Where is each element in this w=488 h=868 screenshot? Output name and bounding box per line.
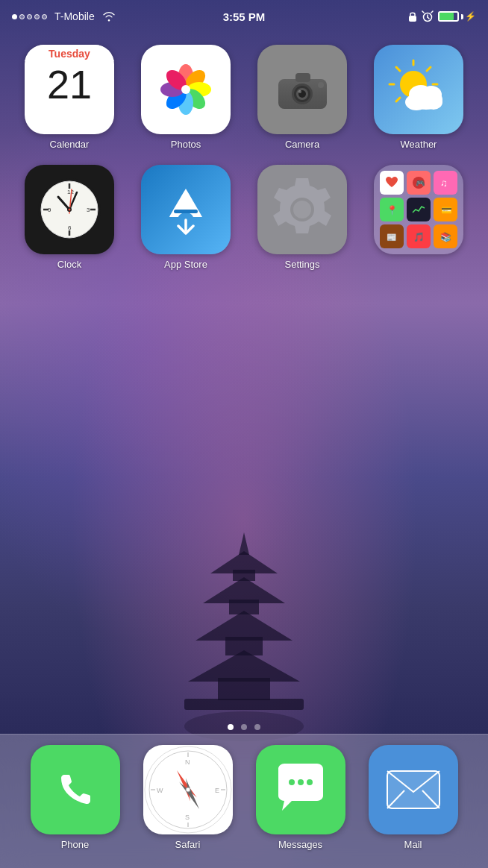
svg-text:S: S xyxy=(185,814,190,821)
mini-health xyxy=(380,171,404,195)
status-right: ⚡ xyxy=(408,10,476,22)
messages-icon-bg[interactable] xyxy=(256,745,345,834)
weather-icon-svg xyxy=(385,56,452,123)
dock-messages[interactable]: Messages xyxy=(256,745,345,850)
messages-label: Messages xyxy=(278,839,322,850)
page-dot-1[interactable] xyxy=(228,724,234,730)
app-camera[interactable]: Camera xyxy=(248,45,357,150)
appstore-icon-bg[interactable] xyxy=(141,165,231,254)
svg-point-67 xyxy=(293,201,311,218)
app-weather[interactable]: Weather xyxy=(364,45,473,150)
page-dot-3[interactable] xyxy=(254,724,260,730)
photos-pinwheel xyxy=(152,56,219,123)
signal-indicator xyxy=(12,14,47,19)
battery-body xyxy=(438,11,459,22)
lock-icon xyxy=(408,10,417,22)
dock-phone[interactable]: Phone xyxy=(31,745,120,850)
signal-dot-1 xyxy=(12,14,17,19)
svg-point-34 xyxy=(318,82,324,88)
app-appstore[interactable]: App Store xyxy=(131,165,240,270)
svg-text:N: N xyxy=(185,758,190,766)
safari-icon-svg: N S E W xyxy=(143,745,233,834)
charging-bolt: ⚡ xyxy=(465,11,476,22)
calendar-icon[interactable]: Tuesday 21 xyxy=(25,45,114,134)
svg-point-33 xyxy=(298,90,301,93)
settings-icon-bg[interactable] xyxy=(257,165,347,254)
svg-line-14 xyxy=(428,17,429,19)
calendar-date: 21 xyxy=(47,64,92,104)
appstore-icon-svg xyxy=(156,180,216,239)
clock-face-svg: 12 3 6 9 xyxy=(36,176,103,243)
safari-icon-bg[interactable]: N S E W xyxy=(143,745,233,834)
mail-icon-svg xyxy=(384,764,443,816)
phone-icon-bg[interactable] xyxy=(31,745,120,834)
svg-text:🎵: 🎵 xyxy=(413,231,425,242)
battery-fill xyxy=(439,13,454,20)
signal-dot-3 xyxy=(27,14,32,19)
app-settings[interactable]: Settings xyxy=(248,165,357,270)
svg-text:3: 3 xyxy=(87,207,90,213)
clock-icon-bg[interactable]: 12 3 6 9 xyxy=(25,165,114,254)
appstore-label: App Store xyxy=(164,259,207,270)
pagoda-silhouette xyxy=(169,525,319,749)
app-clock[interactable]: 12 3 6 9 Clock xyxy=(15,165,124,270)
settings-gear-svg xyxy=(269,176,336,243)
mail-icon-bg[interactable] xyxy=(369,745,458,834)
svg-point-88 xyxy=(186,787,190,792)
weather-icon-bg[interactable] xyxy=(374,45,463,134)
photos-label: Photos xyxy=(171,139,201,150)
svg-point-90 xyxy=(298,779,304,785)
svg-point-91 xyxy=(307,779,313,785)
mini-maps: 📍 xyxy=(380,198,404,221)
camera-icon-bg[interactable] xyxy=(257,45,347,134)
calendar-label: Calendar xyxy=(50,139,90,150)
signal-dot-4 xyxy=(34,14,40,19)
svg-text:🎮: 🎮 xyxy=(416,178,425,188)
phone-label: Phone xyxy=(61,839,90,850)
svg-line-16 xyxy=(431,11,433,13)
svg-marker-3 xyxy=(203,577,285,603)
extras-grid: 🎮 ♫ 📍 💳 📰 xyxy=(374,165,463,254)
svg-rect-64 xyxy=(174,210,198,213)
svg-line-43 xyxy=(396,98,400,101)
photos-icon[interactable] xyxy=(141,45,231,134)
battery-tip xyxy=(461,14,463,19)
mini-wallet: 💳 xyxy=(434,198,457,221)
app-photos[interactable]: Photos xyxy=(131,45,240,150)
app-extras[interactable]: 🎮 ♫ 📍 💳 📰 xyxy=(364,165,473,270)
dock: Phone N S E W xyxy=(0,734,488,868)
svg-point-48 xyxy=(421,86,442,104)
svg-text:9: 9 xyxy=(48,207,51,213)
mini-ibooks: 📚 xyxy=(434,224,457,248)
calendar-day: Tuesday xyxy=(25,45,114,61)
svg-text:W: W xyxy=(157,787,163,794)
svg-text:💳: 💳 xyxy=(441,204,452,216)
safari-label: Safari xyxy=(175,839,201,850)
carrier-name: T-Mobile xyxy=(54,10,95,22)
mini-news: 📰 xyxy=(380,224,404,248)
dock-safari[interactable]: N S E W Safari xyxy=(143,745,233,850)
app-calendar[interactable]: Tuesday 21 Calendar xyxy=(15,45,124,150)
mini-itunes: 🎵 xyxy=(407,224,431,248)
svg-point-63 xyxy=(69,209,71,211)
clock-label: Clock xyxy=(57,259,82,270)
svg-rect-8 xyxy=(218,678,270,700)
dock-mail[interactable]: Mail xyxy=(369,745,458,850)
alarm-icon xyxy=(422,10,434,22)
svg-marker-7 xyxy=(188,650,300,682)
camera-label: Camera xyxy=(285,139,319,150)
svg-text:📍: 📍 xyxy=(387,204,398,216)
svg-point-89 xyxy=(289,779,295,785)
svg-text:📰: 📰 xyxy=(387,232,397,242)
svg-text:6: 6 xyxy=(68,224,72,231)
page-indicators xyxy=(228,724,260,730)
svg-point-25 xyxy=(181,85,190,94)
signal-dot-2 xyxy=(19,14,25,19)
page-dot-2[interactable] xyxy=(241,724,247,730)
extras-icon-bg[interactable]: 🎮 ♫ 📍 💳 📰 xyxy=(374,165,463,254)
status-left: T-Mobile xyxy=(12,10,116,22)
mini-game: 🎮 xyxy=(407,171,431,195)
svg-rect-9 xyxy=(184,699,304,710)
signal-dot-5 xyxy=(42,14,47,19)
settings-label: Settings xyxy=(285,259,320,270)
